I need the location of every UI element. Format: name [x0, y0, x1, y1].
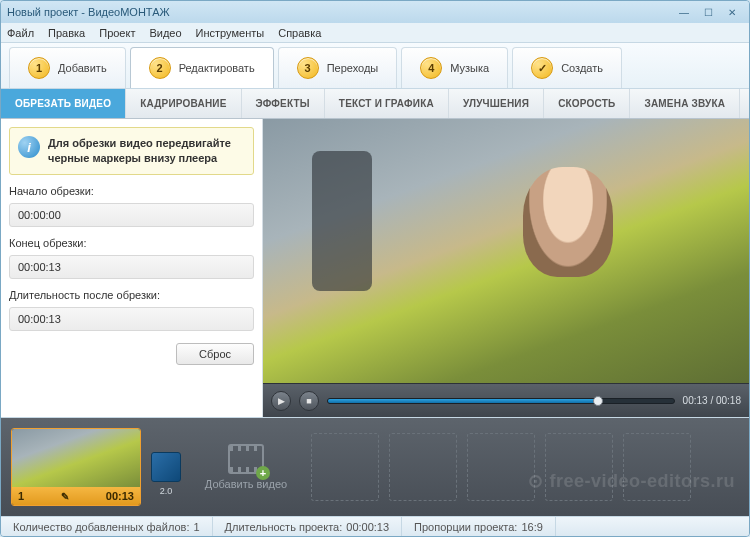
start-label: Начало обрезки: [9, 185, 254, 197]
add-video-button[interactable]: + Добавить видео [191, 428, 301, 506]
close-button[interactable]: ✕ [721, 5, 743, 19]
menu-video[interactable]: Видео [149, 27, 181, 39]
video-preview[interactable] [263, 119, 749, 383]
status-ratio: Пропорции проекта: 16:9 [402, 517, 556, 536]
clip-bar: 1 ✎ 00:13 [12, 487, 140, 505]
plus-icon: + [256, 466, 270, 480]
preview-frame [263, 119, 749, 383]
subtab-trim[interactable]: ОБРЕЗАТЬ ВИДЕО [1, 89, 126, 118]
clip-thumbnail [12, 429, 140, 487]
step-add[interactable]: 1Добавить [9, 47, 126, 88]
menu-edit[interactable]: Правка [48, 27, 85, 39]
add-video-label: Добавить видео [205, 478, 287, 490]
menu-file[interactable]: Файл [7, 27, 34, 39]
start-value[interactable]: 00:00:00 [9, 203, 254, 227]
film-icon: + [228, 444, 264, 474]
empty-slot[interactable] [311, 433, 379, 501]
step-number-icon: 3 [297, 57, 319, 79]
clip-index: 1 [18, 490, 24, 502]
menu-help[interactable]: Справка [278, 27, 321, 39]
end-value[interactable]: 00:00:13 [9, 255, 254, 279]
progress-fill [328, 399, 598, 403]
empty-slot[interactable] [389, 433, 457, 501]
subtab-enhance[interactable]: УЛУЧШЕНИЯ [449, 89, 544, 118]
stop-button[interactable]: ■ [299, 391, 319, 411]
steps-bar: 1Добавить 2Редактировать 3Переходы 4Музы… [1, 43, 749, 89]
timecode: 00:13 / 00:18 [683, 395, 741, 406]
step-number-icon: 1 [28, 57, 50, 79]
play-button[interactable]: ▶ [271, 391, 291, 411]
transition-tile[interactable] [151, 452, 181, 482]
menu-tools[interactable]: Инструменты [196, 27, 265, 39]
subtabs: ОБРЕЗАТЬ ВИДЕО КАДРИРОВАНИЕ ЭФФЕКТЫ ТЕКС… [1, 89, 749, 119]
hint-box: i Для обрезки видео передвигайте черные … [9, 127, 254, 175]
end-label: Конец обрезки: [9, 237, 254, 249]
menubar: Файл Правка Проект Видео Инструменты Спр… [1, 23, 749, 43]
empty-slot[interactable] [623, 433, 691, 501]
preview-area: ▶ ■ 00:13 / 00:18 [263, 119, 749, 417]
subtab-audio[interactable]: ЗАМЕНА ЗВУКА [630, 89, 740, 118]
progress-slider[interactable] [327, 398, 675, 404]
player-controls: ▶ ■ 00:13 / 00:18 [263, 383, 749, 417]
content-area: i Для обрезки видео передвигайте черные … [1, 119, 749, 418]
status-duration: Длительность проекта: 00:00:13 [213, 517, 403, 536]
step-edit[interactable]: 2Редактировать [130, 47, 274, 88]
statusbar: Количество добавленных файлов: 1 Длитель… [1, 516, 749, 536]
minimize-button[interactable]: — [673, 5, 695, 19]
empty-slot[interactable] [545, 433, 613, 501]
empty-slot[interactable] [467, 433, 535, 501]
step-number-icon: 2 [149, 57, 171, 79]
subtab-text[interactable]: ТЕКСТ И ГРАФИКА [325, 89, 449, 118]
step-number-icon: 4 [420, 57, 442, 79]
step-music[interactable]: 4Музыка [401, 47, 508, 88]
window-title: Новый проект - ВидеоМОНТАЖ [7, 6, 170, 18]
step-transitions[interactable]: 3Переходы [278, 47, 398, 88]
timeline: 1 ✎ 00:13 2.0 + Добавить видео [1, 418, 749, 516]
subtab-crop[interactable]: КАДРИРОВАНИЕ [126, 89, 241, 118]
timeline-clip[interactable]: 1 ✎ 00:13 [11, 428, 141, 506]
maximize-button[interactable]: ☐ [697, 5, 719, 19]
progress-thumb[interactable] [593, 396, 603, 406]
step-check-icon [531, 57, 553, 79]
step-create[interactable]: Создать [512, 47, 622, 88]
subtab-effects[interactable]: ЭФФЕКТЫ [242, 89, 325, 118]
subtab-speed[interactable]: СКОРОСТЬ [544, 89, 630, 118]
trim-panel: i Для обрезки видео передвигайте черные … [1, 119, 263, 417]
duration-label: Длительность после обрезки: [9, 289, 254, 301]
titlebar: Новый проект - ВидеоМОНТАЖ — ☐ ✕ [1, 1, 749, 23]
menu-project[interactable]: Проект [99, 27, 135, 39]
clip-duration: 00:13 [106, 490, 134, 502]
info-icon: i [18, 136, 40, 158]
transition-duration: 2.0 [151, 486, 181, 496]
duration-value: 00:00:13 [9, 307, 254, 331]
hint-text: Для обрезки видео передвигайте черные ма… [48, 136, 245, 166]
pencil-icon[interactable]: ✎ [61, 491, 69, 502]
reset-button[interactable]: Сброс [176, 343, 254, 365]
status-files: Количество добавленных файлов: 1 [1, 517, 213, 536]
